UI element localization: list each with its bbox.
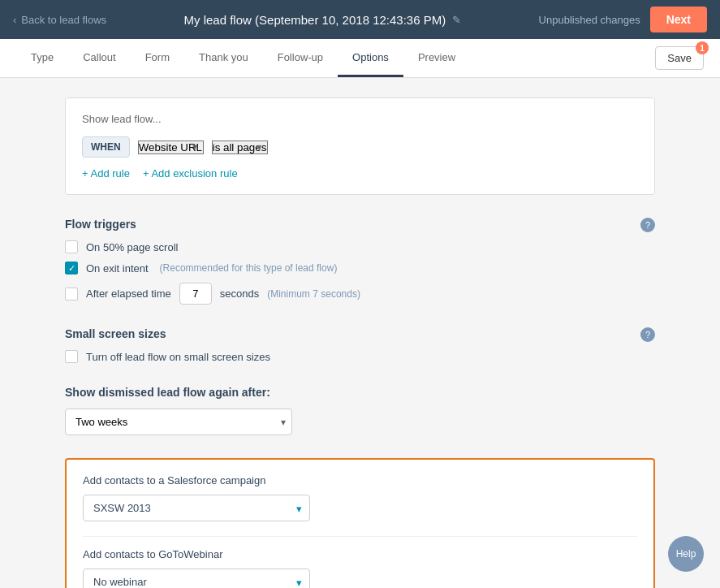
save-button-container: Save 1 [655,46,704,70]
edit-title-icon[interactable]: ✎ [452,14,461,26]
add-exclusion-rule-link[interactable]: + Add exclusion rule [143,167,238,179]
salesforce-section: Add contacts to a Salesforce campaign SX… [83,474,637,521]
flow-triggers-section: ? Flow triggers On 50% page scroll On ex… [65,218,655,305]
is-all-pages-select-wrapper: is all pages [212,141,268,154]
tab-options[interactable]: Options [338,40,403,77]
trigger-exit-label: On exit intent [86,262,149,275]
is-all-pages-select[interactable]: is all pages [212,141,268,154]
show-dismissed-select-wrapper: Two weeks [65,409,292,435]
tab-thankyou[interactable]: Thank you [184,40,263,77]
small-screen-section: ? Small screen sizes Turn off lead flow … [65,327,655,363]
back-to-lead-flows-link[interactable]: ‹ Back to lead flows [13,14,106,26]
trigger-50-row: On 50% page scroll [65,240,655,253]
tab-type[interactable]: Type [16,40,68,77]
small-screen-label: Turn off lead flow on small screen sizes [86,351,270,363]
elapsed-time-input[interactable] [179,283,212,305]
next-button[interactable]: Next [650,6,707,32]
show-lead-flow-label: Show lead flow... [82,113,638,125]
tab-followup[interactable]: Follow-up [263,40,338,77]
trigger-50-checkbox[interactable] [65,240,78,253]
salesforce-campaign-select[interactable]: SXSW 2013 [83,495,310,521]
trigger-50-label: On 50% page scroll [86,241,178,253]
lead-flow-title: My lead flow (September 10, 2018 12:43:3… [184,13,446,27]
trigger-exit-row: On exit intent (Recommended for this typ… [65,262,655,275]
integration-box: Add contacts to a Salesforce campaign SX… [65,458,655,588]
salesforce-title: Add contacts to a Salesforce campaign [83,474,637,486]
website-url-select[interactable]: Website URL [138,141,204,154]
help-button[interactable]: Help [668,536,704,572]
gowebinar-select[interactable]: No webinar [83,569,310,588]
gowebinar-select-wrapper: No webinar [83,569,310,588]
trigger-elapsed-row: After elapsed time seconds (Minimum 7 se… [65,283,655,305]
elapsed-minimum-label: (Minimum 7 seconds) [267,288,360,300]
unpublished-changes-text: Unpublished changes [539,14,640,26]
tab-callout[interactable]: Callout [68,40,130,77]
small-screen-row: Turn off lead flow on small screen sizes [65,350,655,363]
show-dismissed-title: Show dismissed lead flow again after: [65,386,655,399]
nav-bar: Type Callout Form Thank you Follow-up Op… [0,39,720,78]
save-badge: 1 [696,41,709,54]
back-link-label: Back to lead flows [21,14,106,26]
small-screen-title: Small screen sizes [65,327,655,340]
main-content: Show lead flow... WHEN Website URL is al… [0,78,720,588]
website-url-select-wrapper: Website URL [138,141,204,154]
show-dismissed-section: Show dismissed lead flow again after: Tw… [65,386,655,435]
gowebinar-section: Add contacts to GoToWebinar No webinar D… [83,548,637,588]
trigger-elapsed-label: After elapsed time [86,288,171,300]
salesforce-select-wrapper: SXSW 2013 [83,495,310,521]
header-title: My lead flow (September 10, 2018 12:43:3… [106,13,538,27]
trigger-exit-checkbox[interactable] [65,262,78,275]
gowebinar-title: Add contacts to GoToWebinar [83,548,637,560]
show-dismissed-select[interactable]: Two weeks [65,409,292,435]
nav-tabs: Type Callout Form Thank you Follow-up Op… [16,40,655,76]
show-lead-flow-section: Show lead flow... WHEN Website URL is al… [65,97,655,195]
when-badge: WHEN [82,136,130,158]
integration-divider [83,536,637,537]
tab-form[interactable]: Form [131,40,184,77]
trigger-elapsed-checkbox[interactable] [65,288,78,300]
back-arrow-icon: ‹ [13,14,16,26]
show-lead-flow-box: Show lead flow... WHEN Website URL is al… [65,97,655,195]
header-right: Unpublished changes Next [539,6,707,32]
tab-preview[interactable]: Preview [403,40,470,77]
when-rule-row: WHEN Website URL is all pages [82,136,638,158]
small-screen-checkbox[interactable] [65,350,78,363]
elapsed-unit-label: seconds [220,288,259,300]
header: ‹ Back to lead flows My lead flow (Septe… [0,0,720,39]
small-screen-help-icon[interactable]: ? [640,327,655,342]
add-rule-link[interactable]: + Add rule [82,167,130,179]
flow-triggers-help-icon[interactable]: ? [640,218,655,232]
add-links-row: + Add rule + Add exclusion rule [82,167,638,179]
flow-triggers-title: Flow triggers [65,218,655,231]
trigger-exit-recommended: (Recommended for this type of lead flow) [160,262,338,274]
